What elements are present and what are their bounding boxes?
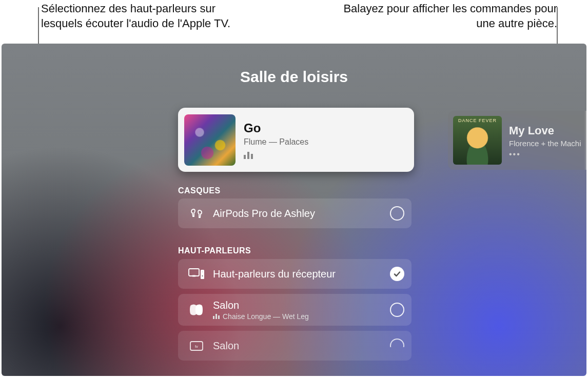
- svg-rect-0: [189, 269, 199, 276]
- section-header-speakers: HAUT-PARLEURS: [178, 246, 251, 255]
- apple-tv-audio-control-screen: Salle de loisirs Go Flume — Palaces DANC…: [2, 44, 586, 376]
- mini-equalizer-icon: [213, 314, 220, 319]
- device-row-airpods[interactable]: AirPods Pro de Ashley: [178, 198, 411, 228]
- album-art-next-label: DANCE FEVER: [453, 118, 502, 123]
- tv-speaker-icon: [187, 265, 206, 283]
- now-playing-card-next-room[interactable]: DANCE FEVER My Love Florence + the Machi…: [448, 111, 586, 170]
- more-icon: •••: [509, 152, 581, 157]
- next-track-subtitle: Florence + the Machi: [509, 139, 581, 148]
- album-art: [184, 114, 236, 166]
- selection-indicator[interactable]: [390, 339, 404, 353]
- apple-tv-box-icon: tv: [187, 336, 206, 355]
- device-row-salon-appletv[interactable]: tv Salon: [178, 331, 411, 361]
- callout-select-speakers: Sélectionnez des haut-parleurs sur lesqu…: [41, 2, 257, 31]
- now-playing-equalizer-icon: [244, 152, 308, 159]
- svg-text:tv: tv: [195, 344, 198, 349]
- device-title: Haut-parleurs du récepteur: [213, 268, 390, 280]
- homepod-pair-icon: [187, 301, 206, 319]
- selection-indicator[interactable]: [390, 303, 404, 317]
- svg-point-4: [201, 275, 203, 277]
- selection-indicator-checked[interactable]: [390, 267, 404, 281]
- now-playing-row: Go Flume — Palaces DANCE FEVER My Love F…: [2, 108, 586, 180]
- next-track-title: My Love: [509, 124, 581, 137]
- callout-swipe-rooms: Balayez pour afficher les commandes pour…: [342, 2, 557, 31]
- room-title: Salle de loisirs: [2, 44, 586, 86]
- track-subtitle: Flume — Palaces: [244, 137, 308, 147]
- airpods-pro-icon: [187, 204, 206, 223]
- device-title: AirPods Pro de Ashley: [213, 208, 390, 220]
- section-header-headphones: CASQUES: [178, 186, 221, 195]
- track-title: Go: [244, 121, 308, 135]
- album-art-next: DANCE FEVER: [453, 116, 502, 165]
- selection-indicator[interactable]: [390, 206, 404, 221]
- device-row-salon-homepod[interactable]: Salon Chaise Longue — Wet Leg: [178, 294, 411, 326]
- device-row-receiver-speakers[interactable]: Haut-parleurs du récepteur: [178, 259, 411, 289]
- now-playing-card-current[interactable]: Go Flume — Palaces: [178, 108, 414, 172]
- svg-point-3: [202, 271, 203, 273]
- device-title: Salon: [213, 340, 390, 352]
- device-now-playing-subtitle: Chaise Longue — Wet Leg: [213, 312, 390, 321]
- device-title: Salon: [213, 300, 390, 311]
